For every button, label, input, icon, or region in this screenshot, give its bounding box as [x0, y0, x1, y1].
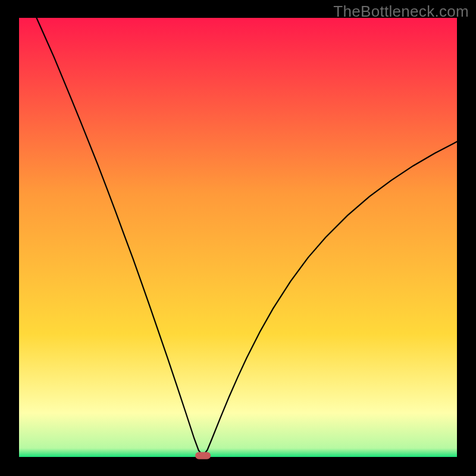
optimal-marker: [195, 452, 211, 459]
gradient-background: [19, 18, 457, 457]
bottleneck-chart: [0, 0, 476, 476]
watermark: TheBottleneck.com: [333, 2, 469, 21]
chart-container: { "watermark": "TheBottleneck.com", "cha…: [0, 0, 476, 476]
